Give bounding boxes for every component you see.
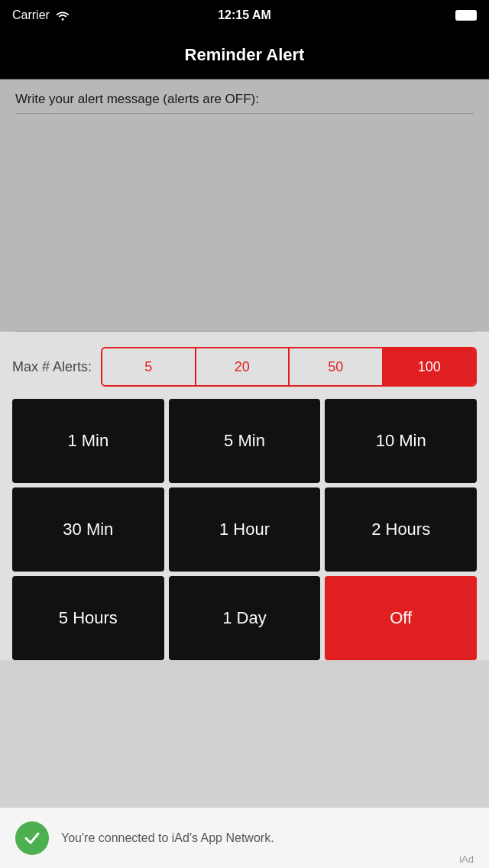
alerts-btn-5[interactable]: 5 [102,348,196,385]
max-alerts-label: Max # Alerts: [12,359,92,375]
alerts-btn-50[interactable]: 50 [290,348,383,385]
checkmark-icon [22,828,42,848]
message-area: Write your alert message (alerts are OFF… [0,79,489,332]
timer-grid: 1 Min 5 Min 10 Min 30 Min 1 Hour 2 Hours… [12,399,477,660]
status-bar-right [455,10,477,21]
message-label: Write your alert message (alerts are OFF… [15,92,474,107]
ad-label: iAd [459,853,474,868]
timer-btn-1hour[interactable]: 1 Hour [169,487,321,572]
carrier-label: Carrier [12,8,50,22]
timer-btn-2hours[interactable]: 2 Hours [325,487,477,572]
controls-area: Max # Alerts: 5 20 50 100 1 Min 5 Min 10… [0,332,489,660]
alerts-segment: 5 20 50 100 [101,347,477,387]
ad-text: You're connected to iAd's App Network. [61,831,447,845]
timer-btn-off[interactable]: Off [325,576,477,660]
ad-check-icon [15,821,49,855]
alerts-btn-100[interactable]: 100 [384,348,475,385]
status-bar-time: 12:15 AM [218,8,271,22]
wifi-icon [56,10,70,21]
timer-btn-5hours[interactable]: 5 Hours [12,576,164,660]
nav-title: Reminder Alert [185,45,305,65]
alerts-btn-20[interactable]: 20 [196,348,290,385]
timer-btn-5min[interactable]: 5 Min [169,399,321,483]
timer-btn-1day[interactable]: 1 Day [169,576,321,660]
status-bar: Carrier 12:15 AM [0,0,489,31]
timer-btn-1min[interactable]: 1 Min [12,399,164,483]
battery-icon [455,10,477,21]
timer-btn-10min[interactable]: 10 Min [325,399,477,483]
message-textarea[interactable] [15,114,474,328]
nav-bar: Reminder Alert [0,31,489,79]
ad-banner: You're connected to iAd's App Network. i… [0,807,489,868]
status-bar-left: Carrier [12,8,70,22]
max-alerts-row: Max # Alerts: 5 20 50 100 [12,347,477,387]
timer-btn-30min[interactable]: 30 Min [12,487,164,572]
